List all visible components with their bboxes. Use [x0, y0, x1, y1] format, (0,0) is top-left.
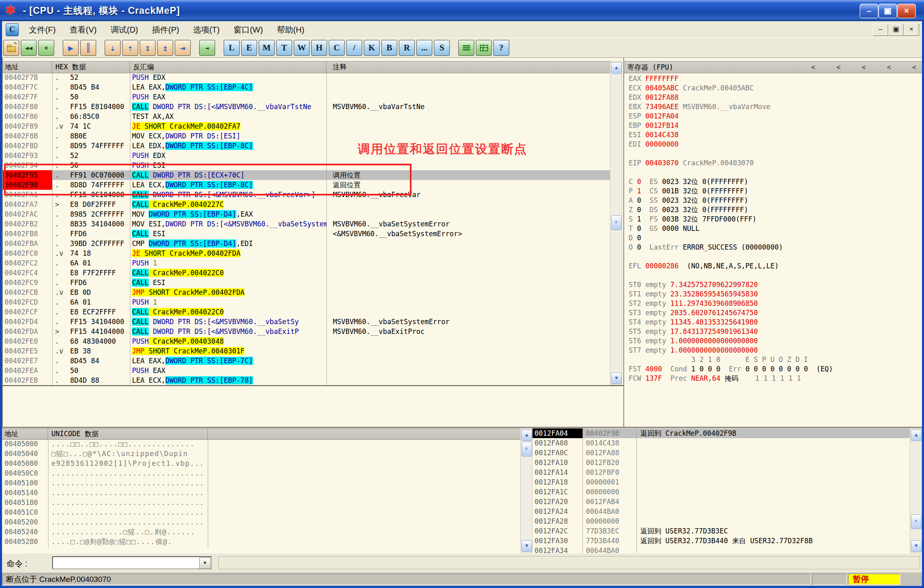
- register-line[interactable]: EFL 00000286 (NO,NB,NE,A,S,PE,L,LE): [629, 261, 920, 271]
- address-cell[interactable]: 00402FB2: [3, 219, 52, 229]
- scroll-down-icon[interactable]: ▼: [521, 540, 532, 552]
- address-cell[interactable]: 00402F8B: [3, 131, 52, 141]
- dump-row[interactable]: 00405080e928536112002[1]\Project1.vbp...: [2, 459, 520, 468]
- scroll-down-icon[interactable]: ▼: [911, 540, 922, 552]
- help-button[interactable]: ?: [493, 40, 509, 56]
- address-cell[interactable]: 00402FEB: [3, 375, 52, 385]
- address-cell[interactable]: 00402FCD: [3, 297, 52, 307]
- disasm-row[interactable]: 00402FCB.vEB 0DJMP SHORT CrackMeP.00402F…: [3, 287, 610, 297]
- disasm-row[interactable]: 00402FCF.E8 ECF2FFFFCALL CrackMeP.004022…: [3, 307, 610, 317]
- stack-row[interactable]: 0012FA2400644BA0: [532, 507, 910, 516]
- disasm-row[interactable]: 00402F7F.50PUSH EAX: [3, 92, 610, 102]
- address-cell[interactable]: 00402F95: [3, 170, 52, 180]
- register-line[interactable]: ESI 0014C438: [629, 130, 920, 140]
- dump-row[interactable]: 004050C0................................: [2, 468, 520, 478]
- command-input[interactable]: [54, 557, 199, 568]
- view-references-button[interactable]: R: [399, 40, 415, 56]
- stack-row[interactable]: 0012FA2800000000: [532, 516, 910, 526]
- disasm-row[interactable]: 00402FBA.39BD 2CFFFFFFCMP DWORD PTR SS:[…: [3, 239, 610, 248]
- register-line[interactable]: ESP 0012FA04: [629, 112, 920, 121]
- minimize-button[interactable]: –: [860, 4, 878, 18]
- fpu-bank-button[interactable]: <: [884, 63, 894, 71]
- view-log-button[interactable]: L: [224, 40, 240, 56]
- open-file-button[interactable]: ↷: [3, 40, 19, 56]
- view-cpu-button[interactable]: C: [329, 40, 345, 56]
- scroll-down-icon[interactable]: ▼: [611, 373, 622, 384]
- address-cell[interactable]: 00402F8D: [3, 141, 52, 151]
- address-cell[interactable]: 00402FC4: [3, 268, 52, 278]
- disasm-row[interactable]: 00402FB2.8B35 34104000MOV ESI,DWORD PTR …: [3, 219, 610, 229]
- step-over-button[interactable]: ⇡: [122, 40, 138, 56]
- register-line[interactable]: S 1 FS 003B 32位 7FFDF000(FFF): [629, 215, 920, 224]
- disasm-row[interactable]: 00402FD4.FF15 34104000CALL DWORD PTR DS:…: [3, 317, 610, 327]
- address-cell[interactable]: 00402F93: [3, 151, 52, 160]
- register-line[interactable]: [629, 271, 920, 280]
- address-cell[interactable]: 00402FC2: [3, 258, 52, 268]
- register-line[interactable]: ECX 00405ABC CrackMeP.00405ABC: [629, 83, 920, 93]
- cpu-window-icon[interactable]: C: [6, 23, 19, 36]
- address-cell[interactable]: 00402F7F: [3, 92, 52, 102]
- disasm-row[interactable]: 00402F93.52PUSH EDX: [3, 151, 610, 160]
- disasm-row[interactable]: 00402F80.FF15 E8104000CALL DWORD PTR DS:…: [3, 102, 610, 112]
- execute-till-return-button[interactable]: ⇥: [175, 40, 191, 56]
- restart-button[interactable]: ◀◀: [21, 40, 37, 56]
- dump-col-address[interactable]: 地址: [2, 429, 48, 439]
- disasm-row[interactable]: 00402F86.66:85C0TEST AX,AX: [3, 112, 610, 121]
- register-line[interactable]: [629, 168, 920, 177]
- menu-item[interactable]: 文件(F): [22, 21, 63, 38]
- disasm-row[interactable]: 00402F8B.8B0EMOV ECX,DWORD PTR DS:[ESI]: [3, 131, 610, 141]
- register-line[interactable]: FST 4000 Cond 1 0 0 0 Err 0 0 0 0 0 0 0 …: [629, 364, 920, 374]
- address-cell[interactable]: 00402FA1: [3, 190, 52, 200]
- close-process-button[interactable]: ×: [38, 40, 54, 56]
- go-to-address-button[interactable]: ⇥: [199, 40, 215, 56]
- dump-row[interactable]: 00405200................................: [2, 517, 520, 527]
- scroll-up-icon[interactable]: ▲: [611, 62, 622, 74]
- col-disassembly[interactable]: 反汇编: [130, 61, 326, 73]
- register-line[interactable]: ST4 empty 11345.481353325641980: [629, 318, 920, 327]
- mdi-restore-button[interactable]: ▣: [888, 24, 904, 36]
- register-line[interactable]: C 0 ES 0023 32位 0(FFFFFFFF): [629, 177, 920, 186]
- address-cell[interactable]: 00402FD4: [3, 317, 52, 327]
- fpu-bank-button[interactable]: <: [858, 63, 869, 71]
- menu-item[interactable]: 窗口(W): [227, 21, 270, 38]
- animate-over-button[interactable]: ↥: [157, 40, 173, 56]
- fpu-bank-button[interactable]: <: [808, 63, 818, 71]
- register-line[interactable]: T 0 GS 0000 NULL: [629, 224, 920, 233]
- address-cell[interactable]: 00402F94: [3, 160, 52, 170]
- dump-row[interactable]: 00405240...............□猺..□.剘@......: [2, 527, 520, 537]
- disasm-row[interactable]: 00402FC0.v74 18JE SHORT CrackMeP.00402FD…: [3, 248, 610, 258]
- address-cell[interactable]: 00402FEA: [3, 366, 52, 375]
- stack-row[interactable]: 0012FA3077D3B440返回到 USER32.77D3B440 来自 U…: [532, 536, 910, 546]
- step-into-button[interactable]: ⇣: [105, 40, 121, 56]
- disasm-row[interactable]: 00402F9B.8D8D 74FFFFFFLEA ECX,DWORD PTR …: [3, 180, 610, 190]
- register-line[interactable]: P 1 CS 001B 32位 0(FFFFFFFF): [629, 186, 920, 196]
- view-threads-button[interactable]: T: [276, 40, 292, 56]
- address-cell[interactable]: 00402FBA: [3, 239, 52, 248]
- register-line[interactable]: EAX FFFFFFFF: [629, 74, 920, 83]
- address-cell[interactable]: 00402F86: [3, 112, 52, 121]
- view-executables-button[interactable]: E: [241, 40, 257, 56]
- register-line[interactable]: ST7 empty 1.0000000000000000000: [629, 346, 920, 355]
- disasm-row[interactable]: 00402FA1.FF15 0C104000CALL DWORD PTR DS:…: [3, 190, 610, 200]
- view-breakpoints-button[interactable]: B: [381, 40, 397, 56]
- animate-into-button[interactable]: ↧: [140, 40, 156, 56]
- options-button[interactable]: [458, 40, 474, 56]
- disasm-row[interactable]: 00402FE7.8D45 84LEA EAX,DWORD PTR SS:[EB…: [3, 356, 610, 366]
- dump-row[interactable]: 00405040□猺□...□@*\AC:\unzipped\Dupin: [2, 449, 520, 459]
- mdi-minimize-button[interactable]: –: [873, 24, 888, 36]
- stack-row[interactable]: 0012FA100012FB20: [532, 458, 910, 467]
- register-line[interactable]: EIP 00403070 CrackMeP.00403070: [629, 158, 920, 168]
- view-call-stack-button[interactable]: K: [364, 40, 380, 56]
- register-line[interactable]: O 0 LastErr ERROR_SUCCESS (00000000): [629, 243, 920, 252]
- fpu-bank-button[interactable]: <: [833, 63, 844, 71]
- address-cell[interactable]: 00402FCF: [3, 307, 52, 317]
- disasm-row[interactable]: 00402FCD.6A 01PUSH 1: [3, 297, 610, 307]
- disasm-scrollbar[interactable]: ▲ ≡ ▼: [610, 61, 622, 385]
- col-hex[interactable]: HEX 数据: [52, 61, 130, 73]
- view-memory-button[interactable]: M: [259, 40, 275, 56]
- disasm-row[interactable]: 00402FA7>E8 D0F2FFFFCALL CrackMeP.004022…: [3, 200, 610, 209]
- disasm-row[interactable]: 00402FE5.vEB 38JMP SHORT CrackMeP.004030…: [3, 346, 610, 356]
- disasm-row[interactable]: 00402FE0.68 48304000PUSH CrackMeP.004030…: [3, 336, 610, 346]
- address-cell[interactable]: 00402FC9: [3, 278, 52, 287]
- stack-row[interactable]: 0012FA0400402F9B返回到 CrackMeP.00402F9B: [532, 428, 910, 438]
